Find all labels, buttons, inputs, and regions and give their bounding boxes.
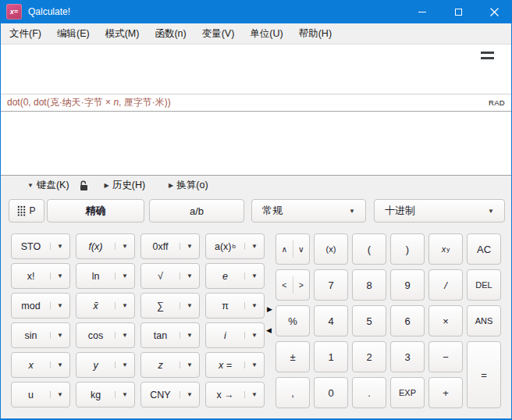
dropdown-arrow-icon[interactable]: ▼ bbox=[50, 361, 69, 368]
convert-toggle[interactable]: ▶ 换算(o) bbox=[164, 179, 212, 192]
delete-button[interactable]: DEL bbox=[467, 269, 501, 301]
expression-input[interactable] bbox=[1, 44, 511, 94]
hexadecimal-button[interactable]: 0xff▼ bbox=[140, 233, 200, 259]
dropdown-arrow-icon[interactable]: ▼ bbox=[180, 361, 199, 368]
cosine-button[interactable]: cos▼ bbox=[76, 322, 135, 348]
lock-icon[interactable] bbox=[79, 180, 89, 191]
dropdown-arrow-icon[interactable]: ▼ bbox=[50, 302, 69, 309]
dropdown-arrow-icon[interactable]: ▼ bbox=[180, 302, 199, 309]
currency-cny-button[interactable]: CNY▼ bbox=[140, 382, 200, 408]
power-button[interactable]: xy bbox=[428, 233, 463, 265]
right-parenthesis-button[interactable]: ) bbox=[390, 233, 425, 265]
dropdown-arrow-icon[interactable]: ▼ bbox=[244, 332, 264, 339]
divide-button[interactable]: / bbox=[428, 269, 463, 301]
history-toggle[interactable]: ▶ 历史(H) bbox=[100, 179, 151, 192]
dropdown-arrow-icon[interactable]: ▼ bbox=[50, 391, 69, 398]
number-base-dropdown[interactable]: 十进制 ▼ bbox=[374, 199, 505, 222]
dropdown-arrow-icon[interactable]: ▼ bbox=[244, 243, 264, 250]
answer-button[interactable]: ANS bbox=[467, 305, 501, 336]
sine-button[interactable]: sin▼ bbox=[11, 322, 70, 348]
digit-4-button[interactable]: 4 bbox=[314, 305, 348, 336]
menu-units[interactable]: 单位(U) bbox=[242, 23, 290, 44]
digit-2-button[interactable]: 2 bbox=[352, 341, 386, 372]
dropdown-arrow-icon[interactable]: ▼ bbox=[244, 391, 264, 398]
menu-functions[interactable]: 函数(n) bbox=[147, 23, 194, 44]
dropdown-arrow-icon[interactable]: ▼ bbox=[115, 272, 134, 279]
tangent-button[interactable]: tan▼ bbox=[140, 322, 200, 348]
dropdown-arrow-icon[interactable]: ▼ bbox=[244, 302, 264, 309]
digit-6-button[interactable]: 6 bbox=[390, 305, 425, 336]
left-parenthesis-button[interactable]: ( bbox=[352, 233, 386, 265]
comma-button[interactable]: , bbox=[276, 377, 310, 408]
percent-button[interactable]: % bbox=[276, 305, 310, 336]
dropdown-arrow-icon[interactable]: ▼ bbox=[180, 243, 199, 250]
square-root-button[interactable]: √▼ bbox=[140, 263, 200, 289]
equation-button[interactable]: x =▼ bbox=[205, 352, 265, 378]
dropdown-arrow-icon[interactable]: ▼ bbox=[115, 302, 134, 309]
dropdown-arrow-icon[interactable]: ▼ bbox=[115, 332, 134, 339]
natural-log-button[interactable]: ln▼ bbox=[76, 263, 135, 289]
fraction-toggle-button[interactable]: a/b bbox=[149, 199, 244, 222]
dropdown-arrow-icon[interactable]: ▼ bbox=[50, 243, 69, 250]
convert-to-button[interactable]: x →▼ bbox=[205, 382, 265, 408]
menu-edit[interactable]: 编辑(E) bbox=[49, 23, 98, 44]
exact-toggle-button[interactable]: 精确 bbox=[47, 199, 144, 222]
var-y-button[interactable]: y▼ bbox=[76, 352, 135, 378]
dropdown-arrow-icon[interactable]: ▼ bbox=[180, 332, 199, 339]
cursor-vertical-button[interactable]: ∧∨ bbox=[276, 233, 310, 265]
dropdown-arrow-icon[interactable]: ▼ bbox=[115, 243, 134, 250]
dropdown-arrow-icon[interactable]: ▼ bbox=[115, 361, 134, 368]
factorial-button[interactable]: x!▼ bbox=[11, 263, 70, 289]
menu-file[interactable]: 文件(F) bbox=[2, 23, 49, 44]
digit-1-button[interactable]: 1 bbox=[314, 341, 348, 372]
menu-variables[interactable]: 变量(V) bbox=[194, 23, 243, 44]
dropdown-arrow-icon[interactable]: ▼ bbox=[244, 272, 264, 279]
mean-button[interactable]: x̄▼ bbox=[76, 293, 135, 319]
unit-u-button[interactable]: u▼ bbox=[11, 382, 70, 408]
keypad-page-next-icon[interactable]: ▶ bbox=[267, 306, 272, 313]
close-button[interactable] bbox=[476, 0, 512, 23]
menu-mode[interactable]: 模式(M) bbox=[98, 23, 148, 44]
multiply-button[interactable]: × bbox=[428, 305, 463, 336]
exponent-button[interactable]: EXP bbox=[390, 377, 425, 408]
display-mode-dropdown[interactable]: 常规 ▼ bbox=[251, 199, 366, 222]
dropdown-arrow-icon[interactable]: ▼ bbox=[244, 361, 264, 368]
minimize-button[interactable] bbox=[404, 0, 440, 23]
keypad-page-prev-icon[interactable]: ◀ bbox=[266, 327, 272, 334]
var-x-button[interactable]: x▼ bbox=[11, 352, 70, 378]
angle-mode-indicator[interactable]: RAD bbox=[489, 98, 505, 107]
unit-kg-button[interactable]: kg▼ bbox=[76, 382, 135, 408]
clear-all-button[interactable]: AC bbox=[467, 233, 501, 265]
dropdown-arrow-icon[interactable]: ▼ bbox=[180, 391, 199, 398]
euler-e-button[interactable]: e▼ bbox=[205, 263, 265, 289]
function-fx-button[interactable]: f(x)▼ bbox=[76, 233, 135, 259]
dropdown-arrow-icon[interactable]: ▼ bbox=[50, 272, 69, 279]
equals-button[interactable]: = bbox=[467, 341, 501, 408]
smart-parentheses-button[interactable]: (x) bbox=[314, 233, 348, 265]
menu-help[interactable]: 帮助(H) bbox=[291, 23, 340, 44]
sum-button[interactable]: ∑▼ bbox=[140, 293, 200, 319]
modulo-button[interactable]: mod▼ bbox=[11, 293, 70, 319]
digit-0-button[interactable]: 0 bbox=[314, 377, 348, 408]
subtract-button[interactable]: − bbox=[428, 341, 463, 372]
maximize-button[interactable] bbox=[440, 0, 476, 23]
keyboard-toggle[interactable]: ▼ 键盘(K) bbox=[23, 179, 74, 192]
programming-keypad-button[interactable]: P bbox=[9, 199, 44, 222]
dropdown-arrow-icon[interactable]: ▼ bbox=[50, 332, 69, 339]
digit-7-button[interactable]: 7 bbox=[314, 269, 348, 301]
var-z-button[interactable]: z▼ bbox=[140, 352, 200, 378]
digit-9-button[interactable]: 9 bbox=[390, 269, 425, 301]
imaginary-i-button[interactable]: i▼ bbox=[205, 322, 265, 348]
digit-8-button[interactable]: 8 bbox=[352, 269, 386, 301]
digit-3-button[interactable]: 3 bbox=[390, 341, 425, 372]
digit-5-button[interactable]: 5 bbox=[352, 305, 386, 336]
plus-minus-button[interactable]: ± bbox=[276, 341, 310, 372]
dropdown-arrow-icon[interactable]: ▼ bbox=[115, 391, 134, 398]
add-button[interactable]: + bbox=[428, 377, 463, 408]
menu-hamburger-icon[interactable] bbox=[481, 52, 494, 62]
custom-power-button[interactable]: a(x)b▼ bbox=[205, 233, 265, 259]
decimal-point-button[interactable]: . bbox=[352, 377, 386, 408]
cursor-horizontal-button[interactable]: <> bbox=[276, 269, 310, 301]
sto-button[interactable]: STO▼ bbox=[11, 233, 70, 259]
dropdown-arrow-icon[interactable]: ▼ bbox=[180, 272, 199, 279]
